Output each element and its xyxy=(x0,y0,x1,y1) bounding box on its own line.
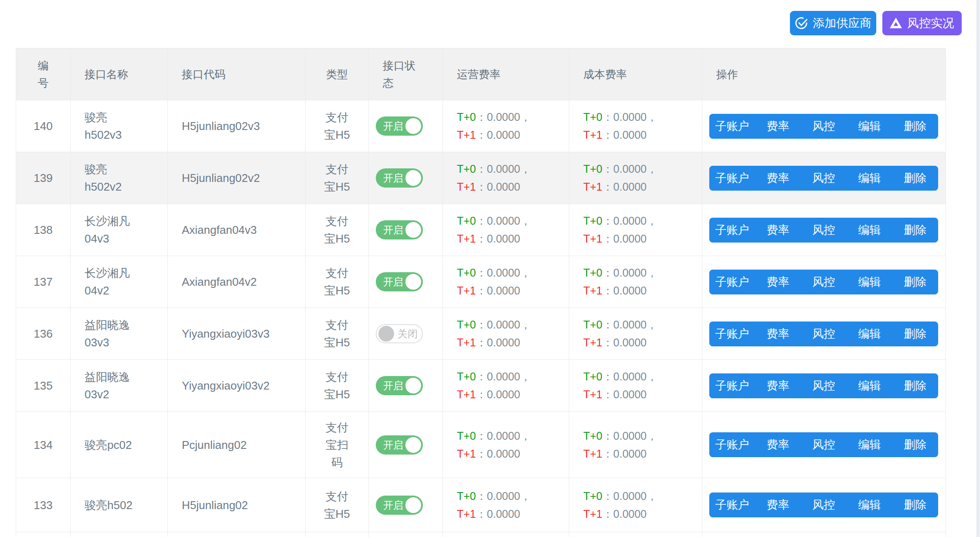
table-row: 139 骏亮h502v2 H5junliang02v2 支付宝H5 开启 T+0… xyxy=(16,152,946,204)
cell-interface-code: Pcjunliang02 xyxy=(168,412,306,478)
edit-button[interactable]: 编辑 xyxy=(847,493,892,517)
cell-type: 支付宝H5 xyxy=(306,308,369,360)
rate-button[interactable]: 费率 xyxy=(755,432,801,457)
cell-type: 支付宝H5 xyxy=(306,204,369,256)
action-button-group: 子账户 费率 风控 编辑 删除 xyxy=(709,493,938,517)
edit-button[interactable]: 编辑 xyxy=(847,166,892,191)
cell-id: 139 xyxy=(16,152,71,204)
risk-button[interactable]: 风控 xyxy=(801,166,847,191)
cell-operation-rate: T+0：0.0000， T+1：0.0000 xyxy=(443,360,569,412)
cell-cost-rate: T+0：0.0000， T+1：0.0000 xyxy=(569,256,702,308)
sub-account-button[interactable]: 子账户 xyxy=(709,218,755,243)
cell-cost-rate: T+0：0.0000， T+1：0.0000 xyxy=(569,360,702,412)
toggle-knob xyxy=(405,437,421,453)
cell-type: 支付宝扫码 xyxy=(306,412,369,478)
delete-button[interactable]: 删除 xyxy=(892,270,938,294)
cell-interface-name: 益阳晓逸03v2 xyxy=(71,360,168,412)
status-toggle[interactable]: 开启 xyxy=(376,272,423,291)
delete-button[interactable]: 删除 xyxy=(892,114,938,139)
cell-operation-rate: T+0：0.0000， T+1：0.0000 xyxy=(443,204,569,256)
delete-button[interactable]: 删除 xyxy=(892,493,938,517)
vertical-scrollbar[interactable] xyxy=(977,0,980,537)
rate-button[interactable]: 费率 xyxy=(755,373,801,398)
risk-live-button[interactable]: 风控实况 xyxy=(882,11,962,35)
table-row: 136 益阳晓逸03v3 Yiyangxiaoyi03v3 支付宝H5 关闭 T… xyxy=(16,308,946,360)
cell-actions: 子账户 费率 风控 编辑 删除 xyxy=(702,100,946,152)
risk-button[interactable]: 风控 xyxy=(801,373,847,398)
rate-button[interactable]: 费率 xyxy=(755,493,801,517)
edit-button[interactable]: 编辑 xyxy=(847,270,892,294)
cell-cost-rate: T+0：0.0000， T+1：0.0000 xyxy=(569,100,702,152)
sub-account-button[interactable]: 子账户 xyxy=(709,432,755,457)
status-toggle[interactable]: 开启 xyxy=(376,435,423,455)
cell-id: 140 xyxy=(16,100,71,152)
sub-account-button[interactable]: 子账户 xyxy=(709,114,755,139)
risk-button[interactable]: 风控 xyxy=(801,270,847,294)
sub-account-button[interactable]: 子账户 xyxy=(709,166,755,191)
rate-button[interactable]: 费率 xyxy=(755,114,801,139)
risk-button[interactable]: 风控 xyxy=(801,218,847,243)
edit-button[interactable]: 编辑 xyxy=(847,322,892,346)
delete-button[interactable]: 删除 xyxy=(892,432,938,457)
cell-interface-code: Yiyangxiaoyi03v2 xyxy=(168,360,306,412)
rate-button[interactable]: 费率 xyxy=(755,166,801,191)
cell-interface-code: H5junliang02v2 xyxy=(168,152,306,204)
cell-type: 支付宝H5 xyxy=(306,360,369,412)
cell-interface-name: 长沙湘凡04v2 xyxy=(71,256,168,308)
sub-account-button[interactable]: 子账户 xyxy=(709,270,755,294)
header-status: 接口状态 xyxy=(369,48,443,100)
cell-status: 开启 xyxy=(369,412,443,478)
cell-status: 开启 xyxy=(369,478,443,532)
cell-interface-code: Axiangfan04v2 xyxy=(168,256,306,308)
cell-actions: 子账户 费率 风控 编辑 删除 xyxy=(702,204,946,256)
action-button-group: 子账户 费率 风控 编辑 删除 xyxy=(709,432,938,457)
header-actions: 操作 xyxy=(702,48,946,100)
toggle-label: 开启 xyxy=(376,169,403,187)
cell-type: 支付宝H5 xyxy=(306,478,369,532)
cell-actions: 子账户 费率 风控 编辑 删除 xyxy=(702,152,946,204)
header-id: 编号 xyxy=(16,48,71,100)
add-supplier-button[interactable]: 添加供应商 xyxy=(790,11,876,35)
risk-button[interactable]: 风控 xyxy=(801,432,847,457)
status-toggle[interactable]: 关闭 xyxy=(376,324,423,343)
delete-button[interactable]: 删除 xyxy=(892,373,938,398)
rate-button[interactable]: 费率 xyxy=(755,218,801,243)
risk-button[interactable]: 风控 xyxy=(801,493,847,517)
sub-account-button[interactable]: 子账户 xyxy=(709,493,755,517)
status-toggle[interactable]: 开启 xyxy=(376,376,423,395)
sub-account-button[interactable]: 子账户 xyxy=(709,373,755,398)
delete-button[interactable]: 删除 xyxy=(892,166,938,191)
header-type: 类型 xyxy=(306,48,369,100)
cell-id: 133 xyxy=(16,478,71,532)
risk-button[interactable]: 风控 xyxy=(801,114,847,139)
cell-type: 支付宝H5 xyxy=(306,152,369,204)
cell-cost-rate: T+0：0.0000， T+1：0.0000 xyxy=(569,204,702,256)
status-toggle[interactable]: 开启 xyxy=(376,220,423,239)
delete-button[interactable]: 删除 xyxy=(892,218,938,243)
rate-button[interactable]: 费率 xyxy=(755,322,801,346)
table-row: 133 骏亮h502 H5junliang02 支付宝H5 开启 T+0：0.0… xyxy=(16,478,946,532)
table-header-row: 编号 接口名称 接口代码 类型 接口状态 运营费率 成本费率 操作 xyxy=(16,48,946,100)
cell-actions: 子账户 费率 风控 编辑 删除 xyxy=(702,478,946,532)
cell-status: 开启 xyxy=(369,204,443,256)
cell-id: 134 xyxy=(16,412,71,478)
status-toggle[interactable]: 开启 xyxy=(376,496,423,515)
sub-account-button[interactable]: 子账户 xyxy=(709,322,755,346)
status-toggle[interactable]: 开启 xyxy=(376,116,423,136)
toggle-knob xyxy=(405,170,421,186)
delete-button[interactable]: 删除 xyxy=(892,322,938,346)
edit-button[interactable]: 编辑 xyxy=(847,373,892,398)
risk-button[interactable]: 风控 xyxy=(801,322,847,346)
cell-actions: 子账户 费率 风控 编辑 删除 xyxy=(702,308,946,360)
toggle-label: 开启 xyxy=(376,436,403,454)
rate-button[interactable]: 费率 xyxy=(755,270,801,294)
edit-button[interactable]: 编辑 xyxy=(847,432,892,457)
suppliers-page: 添加供应商 风控实况 编号 接口名称 接口代码 类型 接口状态 xyxy=(0,0,980,537)
toggle-label: 开启 xyxy=(376,273,403,291)
status-toggle[interactable]: 开启 xyxy=(376,168,423,188)
cell-id: 136 xyxy=(16,308,71,360)
edit-button[interactable]: 编辑 xyxy=(847,218,892,243)
cell-interface-name: 长沙湘凡04v3 xyxy=(71,204,168,256)
toggle-knob xyxy=(405,497,421,513)
edit-button[interactable]: 编辑 xyxy=(847,114,892,139)
